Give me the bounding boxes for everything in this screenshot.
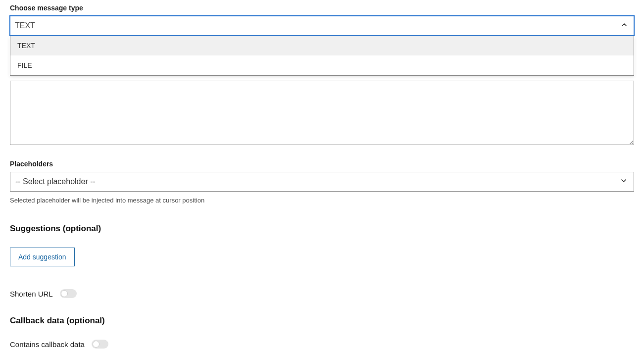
chevron-down-icon [620, 177, 628, 187]
placeholders-label: Placeholders [10, 160, 634, 168]
suggestions-heading: Suggestions (optional) [10, 224, 634, 234]
callback-toggle[interactable] [92, 340, 108, 349]
shorten-url-row: Shorten URL [10, 289, 634, 298]
add-suggestion-button[interactable]: Add suggestion [10, 248, 75, 266]
suggestions-section: Suggestions (optional) Add suggestion [10, 224, 634, 266]
dropdown-option-text[interactable]: TEXT [10, 36, 634, 55]
callback-contains-label: Contains callback data [10, 340, 85, 349]
callback-heading: Callback data (optional) [10, 316, 634, 326]
message-type-dropdown: TEXT FILE [10, 36, 634, 76]
shorten-url-label: Shorten URL [10, 290, 53, 298]
shorten-url-toggle[interactable] [60, 289, 77, 298]
toggle-knob [61, 290, 68, 297]
placeholders-help-text: Selected placeholder will be injected in… [10, 197, 634, 204]
callback-toggle-row: Contains callback data [10, 340, 634, 349]
message-type-group: Choose message type TEXT FILE [10, 4, 634, 147]
placeholders-group: Placeholders -- Select placeholder -- Se… [10, 160, 634, 204]
message-type-label: Choose message type [10, 4, 634, 12]
message-textarea[interactable] [10, 81, 634, 145]
message-textarea-wrap [10, 81, 634, 147]
placeholders-select-value: -- Select placeholder -- [15, 177, 614, 186]
placeholders-select[interactable]: -- Select placeholder -- [10, 172, 634, 192]
toggle-knob [93, 341, 99, 348]
dropdown-option-file[interactable]: FILE [10, 55, 634, 75]
message-type-input[interactable] [10, 16, 634, 36]
callback-section: Callback data (optional) Contains callba… [10, 316, 634, 349]
message-type-combobox: TEXT FILE [10, 16, 634, 36]
